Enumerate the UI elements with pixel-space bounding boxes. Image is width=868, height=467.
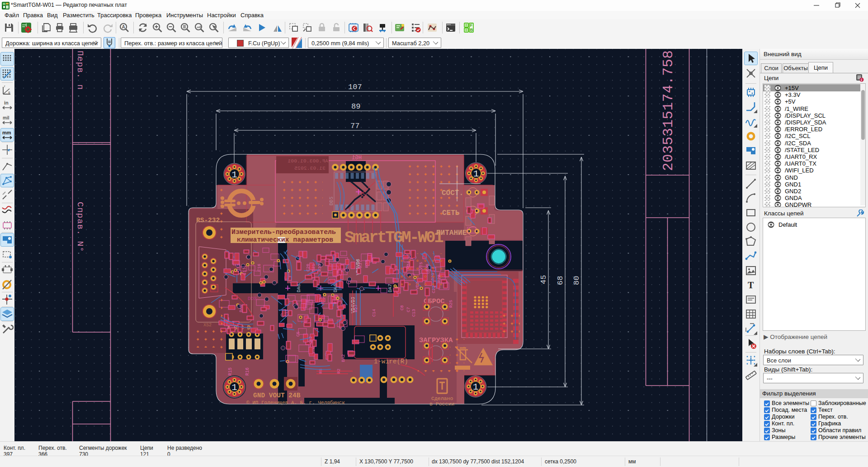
svg-text:DD3: DD3 xyxy=(248,296,257,301)
svg-text:107: 107 xyxy=(348,83,362,91)
svg-text:C13: C13 xyxy=(411,309,416,317)
svg-text:СОСТ.: СОСТ. xyxy=(442,189,463,197)
svg-text:ПИТАНИЕ: ПИТАНИЕ xyxy=(436,229,467,237)
svg-text:R37: R37 xyxy=(358,260,363,268)
svg-text:1: 1 xyxy=(231,170,237,180)
svg-text:Перв. п: Перв. п xyxy=(75,51,85,90)
svg-text:SmartTGM-W01: SmartTGM-W01 xyxy=(344,229,443,247)
svg-text:89: 89 xyxy=(351,102,360,111)
svg-text:C23: C23 xyxy=(236,264,241,272)
svg-text:C7: C7 xyxy=(406,307,411,312)
svg-text:Справ. N°: Справ. N° xyxy=(75,202,85,253)
svg-text:r: r xyxy=(4,84,5,88)
svg-text:C17: C17 xyxy=(242,267,247,275)
svg-text:C5: C5 xyxy=(296,331,301,337)
svg-text:77: 77 xyxy=(350,122,359,130)
svg-text:45: 45 xyxy=(539,275,548,284)
svg-text:C21: C21 xyxy=(311,264,316,272)
svg-text:in: in xyxy=(4,100,9,105)
svg-text:C16: C16 xyxy=(257,264,262,272)
svg-text:C8: C8 xyxy=(400,305,405,310)
svg-text:R15: R15 xyxy=(228,367,233,376)
svg-text:© ИП Голенищев А. Б. г. Челяби: © ИП Голенищев А. Б. г. Челябинск xyxy=(246,400,345,405)
svg-text:DA5: DA5 xyxy=(239,305,244,312)
svg-text:80: 80 xyxy=(572,276,581,285)
svg-text:XS2: XS2 xyxy=(203,323,212,328)
svg-text:1: 1 xyxy=(473,169,479,179)
svg-text:2035315174.758: 2035315174.758 xyxy=(660,50,676,171)
svg-text:AF.003.01.001: AF.003.01.001 xyxy=(288,158,328,164)
svg-text:Измеритель-преобразователь: Измеритель-преобразователь xyxy=(231,229,336,236)
svg-text:ЗАГРУЗКА: ЗАГРУЗКА xyxy=(419,336,453,344)
svg-text:C12: C12 xyxy=(308,336,313,344)
svg-text:GND VOUT 24В: GND VOUT 24В xyxy=(253,392,301,399)
svg-text:DD2: DD2 xyxy=(328,196,334,205)
svg-text:R38: R38 xyxy=(364,260,369,268)
svg-text:1: 1 xyxy=(473,382,479,392)
svg-text:mm: mm xyxy=(2,130,11,135)
svg-text:θ: θ xyxy=(8,91,10,95)
svg-text:R16: R16 xyxy=(245,367,250,376)
svg-text:A: A xyxy=(122,24,125,29)
svg-text:1-wire(R): 1-wire(R) xyxy=(374,358,408,365)
svg-text:B: B xyxy=(470,28,473,32)
svg-text:климатических параметров: климатических параметров xyxy=(237,236,333,243)
svg-text:F: F xyxy=(470,23,473,28)
svg-text:R12: R12 xyxy=(333,296,338,304)
svg-text:i: i xyxy=(861,78,862,82)
svg-text:DA2: DA2 xyxy=(341,354,346,362)
svg-text:R13: R13 xyxy=(320,296,325,304)
svg-text:T: T xyxy=(748,280,754,290)
svg-text:R33: R33 xyxy=(317,264,322,272)
svg-text:R27: R27 xyxy=(354,305,359,312)
svg-text:31.03.2025: 31.03.2025 xyxy=(294,165,326,171)
svg-text:СЕТЬ: СЕТЬ xyxy=(442,209,460,217)
svg-text:RS-232: RS-232 xyxy=(196,217,220,224)
svg-text:HG1: HG1 xyxy=(352,155,362,161)
svg-text:DA7: DA7 xyxy=(387,284,393,292)
svg-text:C20: C20 xyxy=(306,264,311,272)
svg-text:mil: mil xyxy=(3,115,9,120)
svg-text:68: 68 xyxy=(556,276,565,285)
svg-text:1: 1 xyxy=(231,382,237,393)
svg-text:R25: R25 xyxy=(448,300,453,308)
svg-text:C11: C11 xyxy=(284,309,289,317)
svg-text:C14: C14 xyxy=(372,309,377,317)
